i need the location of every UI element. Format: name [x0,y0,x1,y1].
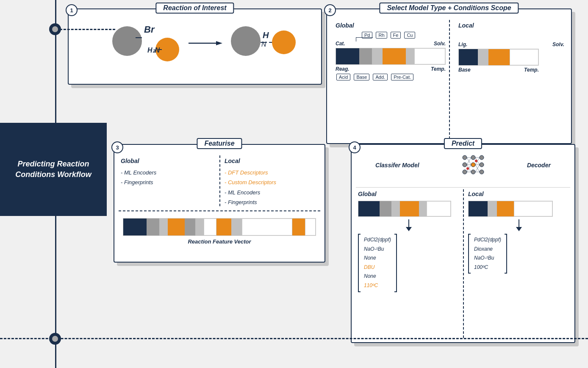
g-line-4: DBU [364,263,391,272]
timeline-dot-small-bottom [52,336,58,342]
cat-cu: Cu [404,32,415,39]
box2-global-label: Global [336,22,446,29]
global-result-text: PdCl2(dppf) NaO-¹Bu None DBU None 110ºC [361,234,394,292]
bracket-right-l [505,234,507,274]
box4-hdivider [356,187,570,188]
l-line-3: NaO-¹Bu [474,254,501,263]
local-color-bar [458,49,539,66]
seg-lgray-1 [372,48,383,64]
box3-local-label: Local [225,158,318,164]
box2-title: Select Model Type + Conditions Scope [379,3,519,14]
step-badge-4: 4 [349,141,361,153]
box3-local-items: - DFT Descriptors - Custom Descriptors -… [225,168,318,208]
local-temp-label: Temp. [524,67,539,73]
box4-global-bar [358,201,451,217]
local-result-text: PdCl2(dppf) Dioxane NaO-¹Bu 100ºC [471,234,505,274]
fv-lgray3 [231,219,242,235]
cat-bracket [356,37,373,42]
classifier-label: Classifer Model [375,162,419,169]
svg-text:N: N [261,41,266,48]
box2-global: Global Pd Rh Fe Cu Cat. Solv. [336,22,446,81]
svg-point-8 [231,26,261,56]
box1-reaction: Reaction of Interest Br H₂N H N [68,8,322,85]
box3-title: Featurise [197,138,242,149]
cat-fe: Fe [391,32,401,39]
box2-divider [449,20,450,139]
l-line-1: PdCl2(dppf) [474,235,501,245]
b4g-gray1 [380,201,391,216]
g-line-1: PdCl2(dppf) [364,235,391,245]
seg-orange-1 [383,48,406,64]
box4-local-label: Local [468,191,570,197]
svg-text:Br: Br [144,24,155,35]
nn-icon [458,153,488,177]
bracket-right-g [394,234,397,292]
step-badge-3: 3 [111,141,123,153]
b4l-dark [469,201,488,216]
local-seg-lgray [478,49,488,65]
sidebar-label: Predicting Reaction Conditions Workflow [0,123,107,216]
svg-point-13 [272,30,296,54]
global-item-1: - ML Encoders [121,168,214,177]
svg-point-20 [480,155,484,160]
local-seg-white [510,49,538,65]
box4-title: Predict [444,138,482,149]
reag-precat: Pre-Cat. [391,74,413,80]
reag-temp-labels: Reag. Temp. [336,66,446,72]
svg-point-18 [471,163,475,167]
svg-point-38 [475,160,477,162]
feature-vector-label: Reaction Feature Vector [123,238,316,245]
reag-label: Reag. [336,66,349,72]
global-color-bar [336,48,446,65]
temp-label: Temp. [431,66,446,72]
box3-divider [219,155,220,206]
step-badge-1: 1 [66,4,78,16]
reaction-diagram: Br H₂N H N [69,9,321,69]
reag-acid: Acid [336,74,350,80]
fv-gray1 [147,219,159,235]
box4-global: Global PdCl2(dppf) NaO-¹Bu [358,191,460,292]
local-solv-label: Solv. [552,42,564,47]
svg-point-0 [112,26,142,56]
reag-base: Base [354,74,369,80]
b4g-white1 [427,201,451,216]
fv-orange1 [168,219,185,235]
fv-white1 [204,219,216,235]
g-line-6: 110ºC [364,281,391,291]
reag-add: Add. [373,74,388,80]
box3-global-label: Global [121,158,214,164]
box2-local: Local Lig. Solv. Base Temp. [458,22,564,73]
l-line-4: 100ºC [474,263,501,272]
local-item-custom: - Custom Descriptors [225,177,318,187]
box3-global: Global - ML Encoders - Fingerprints [121,158,214,188]
base-temp-labels: Base Temp. [458,67,539,73]
svg-point-21 [480,163,484,167]
local-seg-orange [488,49,510,65]
box3-featurise: Featurise Global - ML Encoders - Fingerp… [114,144,325,263]
decoder-label: Decoder [527,162,551,169]
global-item-2: - Fingerprints [121,177,214,187]
local-item-dft: - DFT Descriptors [225,168,318,177]
box4-local: Local PdCl2(dppf) Dioxane NaO-¹Bu [468,191,570,274]
fv-dark [123,219,147,235]
b4l-lgray1 [488,201,497,216]
feature-vector-bar [123,218,316,236]
svg-point-16 [463,170,467,174]
arrow-tip-global [406,227,412,231]
g-line-3: None [364,254,391,263]
seg-white-1 [414,48,445,64]
b4g-orange1 [400,201,419,216]
local-item-fp: - Fingerprints [225,197,318,207]
arrow-line-global [408,219,409,227]
svg-marker-7 [216,41,222,45]
box1-title: Reaction of Interest [155,3,234,14]
fv-gray2 [185,219,195,235]
base-label: Base [458,67,471,73]
seg-lgray-2 [406,48,414,64]
box2-local-label: Local [458,22,564,29]
local-result-box: PdCl2(dppf) Dioxane NaO-¹Bu 100ºC [468,234,570,274]
fv-white2 [242,219,292,235]
svg-point-17 [471,155,475,160]
g-line-5: None [364,272,391,281]
box4-global-label: Global [358,191,460,197]
